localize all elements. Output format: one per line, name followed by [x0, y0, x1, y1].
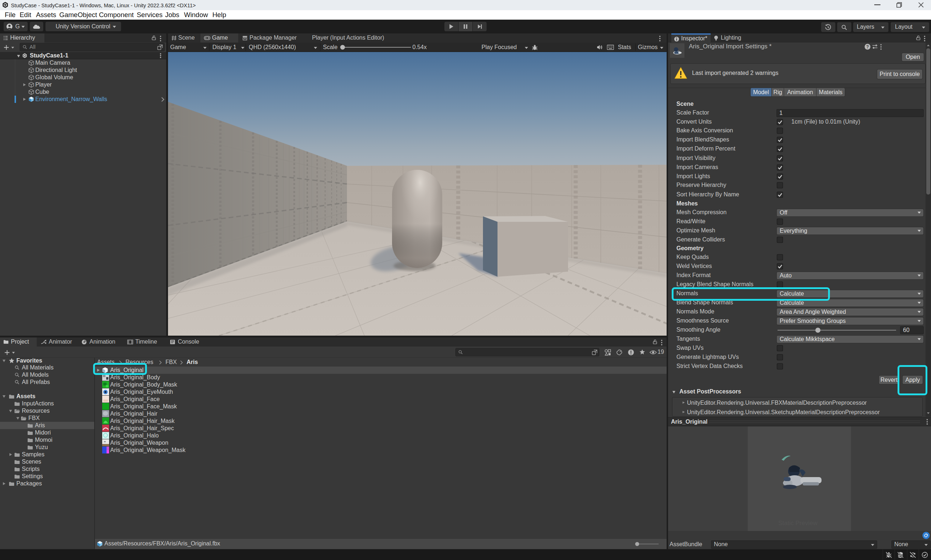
svg-text:?: ?: [866, 45, 869, 49]
